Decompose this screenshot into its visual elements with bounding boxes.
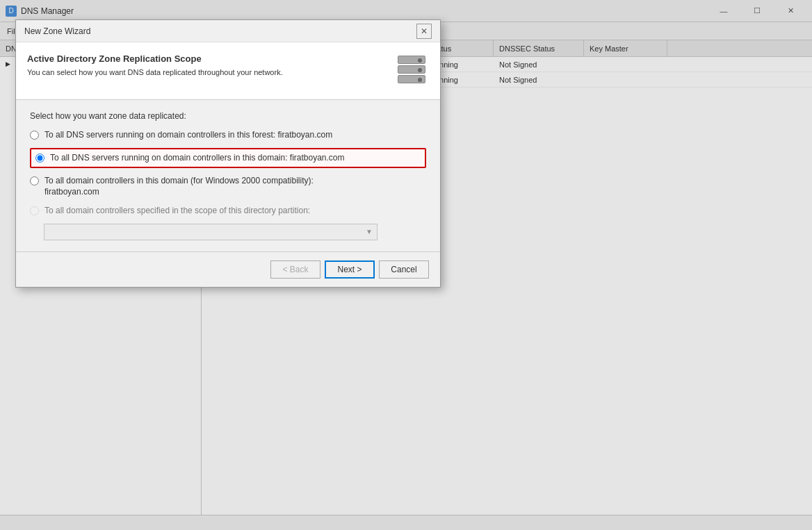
radio-domain[interactable] <box>35 154 44 163</box>
radio-win2000-label: To all domain controllers in this domain… <box>44 175 314 199</box>
wizard-header-title: Active Directory Zone Replication Scope <box>27 53 386 64</box>
radio-domain-label: To all DNS servers running on domain con… <box>50 152 345 164</box>
radio-forest[interactable] <box>30 131 39 140</box>
wizard-body: Select how you want zone data replicated… <box>16 100 440 251</box>
partition-dropdown: ▼ <box>44 224 377 240</box>
wizard-question: Select how you want zone data replicated… <box>30 111 426 121</box>
server-box-3 <box>398 75 425 83</box>
next-button[interactable]: Next > <box>325 260 375 279</box>
radio-option-win2000[interactable]: To all domain controllers in this domain… <box>30 175 426 199</box>
radio-option-forest[interactable]: To all DNS servers running on domain con… <box>30 129 426 141</box>
wizard-footer: < Back Next > Cancel <box>16 251 440 287</box>
server-graphic <box>395 54 428 88</box>
wizard-dialog: New Zone Wizard ✕ Active Directory Zone … <box>15 19 441 288</box>
radio-forest-label: To all DNS servers running on domain con… <box>44 129 332 141</box>
radio-option-partition: To all domain controllers specified in t… <box>30 205 426 217</box>
wizard-header: Active Directory Zone Replication Scope … <box>16 42 440 100</box>
wizard-title: New Zone Wizard <box>24 26 416 36</box>
radio-partition <box>30 206 39 215</box>
wizard-header-icon <box>394 53 429 88</box>
server-box-1 <box>398 56 425 64</box>
chevron-down-icon: ▼ <box>366 228 373 235</box>
back-button[interactable]: < Back <box>270 260 320 279</box>
wizard-close-button[interactable]: ✕ <box>416 24 432 39</box>
radio-partition-label: To all domain controllers specified in t… <box>44 205 310 217</box>
wizard-header-description: You can select how you want DNS data rep… <box>27 68 386 76</box>
server-box-2 <box>398 65 425 74</box>
wizard-header-text: Active Directory Zone Replication Scope … <box>27 53 386 76</box>
cancel-button[interactable]: Cancel <box>379 260 429 279</box>
radio-option-domain[interactable]: To all DNS servers running on domain con… <box>30 148 426 168</box>
wizard-titlebar: New Zone Wizard ✕ <box>16 20 440 42</box>
radio-win2000[interactable] <box>30 176 39 185</box>
